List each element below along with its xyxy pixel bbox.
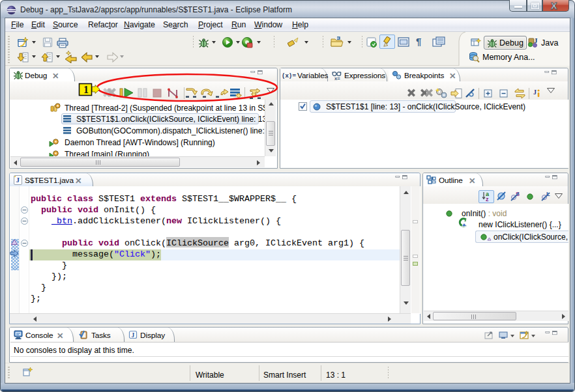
svg-text:(x)=: (x)= [282, 72, 296, 79]
svg-text:J: J [534, 37, 538, 44]
svg-text:z: z [486, 196, 489, 202]
svg-text:J: J [533, 89, 537, 96]
svg-text:x=: x= [334, 76, 340, 81]
svg-text:J: J [16, 176, 20, 184]
svg-text:J: J [132, 332, 135, 339]
